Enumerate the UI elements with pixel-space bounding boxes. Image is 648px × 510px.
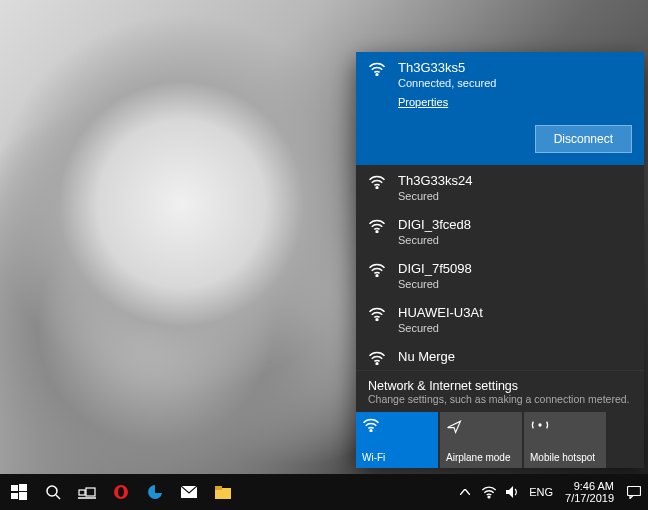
network-item[interactable]: Th3G33ks24Secured [356, 165, 644, 209]
svg-rect-10 [11, 485, 18, 491]
svg-point-1 [376, 187, 378, 189]
wifi-signal-icon [368, 60, 388, 79]
svg-rect-17 [86, 488, 95, 496]
svg-rect-11 [19, 484, 27, 491]
disconnect-row: Disconnect [356, 115, 644, 165]
tray-date: 7/17/2019 [565, 492, 614, 504]
network-item[interactable]: DIGI_3fced8Secured [356, 209, 644, 253]
network-flyout: Th3G33ks5 Connected, secured Properties … [356, 52, 644, 468]
hotspot-icon [530, 418, 550, 435]
network-status: Secured [398, 189, 632, 203]
tile-airplane[interactable]: Airplane mode [440, 412, 524, 468]
tray-chevron-icon[interactable] [457, 484, 473, 500]
wifi-icon [362, 418, 380, 435]
svg-rect-13 [19, 492, 27, 500]
tile-label: Mobile hotspot [530, 452, 600, 464]
network-status: Connected, secured [398, 76, 632, 90]
svg-point-7 [538, 423, 541, 426]
wifi-signal-icon [368, 173, 388, 192]
svg-rect-23 [215, 486, 222, 490]
wifi-signal-icon [368, 261, 388, 280]
quick-action-tiles: Wi-Fi Airplane mode Mobile hotspot [356, 412, 644, 468]
start-button[interactable] [8, 481, 30, 503]
wifi-signal-icon [368, 349, 388, 368]
tray-action-center-icon[interactable] [626, 484, 642, 500]
network-status: Secured [398, 277, 632, 291]
tray-clock[interactable]: 9:46 AM 7/17/2019 [561, 480, 618, 504]
wifi-signal-icon [368, 217, 388, 236]
wifi-signal-icon [368, 305, 388, 324]
settings-subtitle: Change settings, such as making a connec… [368, 393, 632, 406]
svg-point-20 [118, 487, 124, 497]
svg-rect-12 [11, 493, 18, 499]
svg-point-5 [376, 363, 378, 365]
taskbar: ENG 9:46 AM 7/17/2019 [0, 474, 648, 510]
svg-line-15 [56, 495, 60, 499]
network-item[interactable]: DIGI_7f5098Secured [356, 253, 644, 297]
task-view-button[interactable] [76, 481, 98, 503]
tray-language[interactable]: ENG [529, 486, 553, 498]
svg-point-2 [376, 231, 378, 233]
taskbar-pin-mail[interactable] [178, 481, 200, 503]
airplane-icon [446, 418, 462, 437]
network-status: Secured [398, 233, 632, 247]
network-ssid: DIGI_3fced8 [398, 217, 632, 233]
svg-point-4 [376, 319, 378, 321]
tray-wifi-icon[interactable] [481, 484, 497, 500]
svg-point-3 [376, 275, 378, 277]
network-ssid: HUAWEI-U3At [398, 305, 632, 321]
svg-point-0 [376, 74, 378, 76]
svg-rect-26 [628, 486, 641, 495]
settings-title: Network & Internet settings [368, 379, 632, 393]
network-ssid: Th3G33ks5 [398, 60, 632, 76]
svg-point-14 [47, 486, 57, 496]
svg-rect-16 [79, 490, 85, 495]
network-item[interactable]: Nu Merge [356, 341, 644, 370]
network-ssid: Nu Merge [398, 349, 632, 365]
tile-label: Wi-Fi [362, 452, 432, 464]
taskbar-pin-edge[interactable] [144, 481, 166, 503]
svg-marker-25 [506, 486, 513, 498]
network-ssid: Th3G33ks24 [398, 173, 632, 189]
network-settings-link[interactable]: Network & Internet settings Change setti… [356, 370, 644, 412]
network-item-connected[interactable]: Th3G33ks5 Connected, secured Properties [356, 52, 644, 115]
taskbar-pin-opera[interactable] [110, 481, 132, 503]
tile-wifi[interactable]: Wi-Fi [356, 412, 440, 468]
tile-hotspot[interactable]: Mobile hotspot [524, 412, 608, 468]
disconnect-button[interactable]: Disconnect [535, 125, 632, 153]
search-button[interactable] [42, 481, 64, 503]
tray-time: 9:46 AM [565, 480, 614, 492]
taskbar-pin-explorer[interactable] [212, 481, 234, 503]
network-item[interactable]: HUAWEI-U3AtSecured [356, 297, 644, 341]
properties-link[interactable]: Properties [398, 96, 448, 108]
svg-point-6 [370, 430, 372, 432]
tile-label: Airplane mode [446, 452, 516, 464]
network-ssid: DIGI_7f5098 [398, 261, 632, 277]
tray-volume-icon[interactable] [505, 484, 521, 500]
network-status: Secured [398, 321, 632, 335]
svg-point-24 [488, 496, 490, 498]
